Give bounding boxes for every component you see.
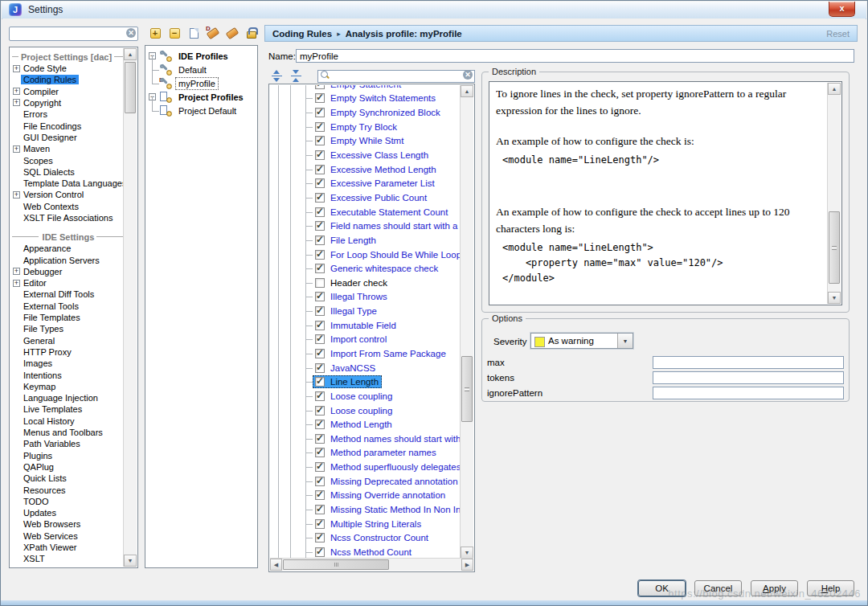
rule-checkbox[interactable]: ✓ [315, 250, 325, 260]
tree-node-myprofile[interactable]: D myProfile [149, 76, 254, 90]
rule-row[interactable]: ✓ Field names should start with a lower … [270, 219, 461, 233]
rule-checkbox[interactable]: ✓ [315, 533, 325, 543]
sidebar-item[interactable]: + Web Contexts [12, 201, 123, 212]
sidebar-item[interactable]: + Compiler [12, 86, 123, 97]
sidebar-item[interactable]: + Local History [12, 416, 123, 427]
rule-checkbox[interactable]: ✓ [315, 136, 325, 145]
rule-row[interactable]: ✓ JavaNCSS [270, 361, 461, 375]
rule-checkbox[interactable]: ✓ [315, 547, 325, 557]
sidebar-item[interactable]: + SQL Dialects [12, 166, 123, 178]
rule-checkbox[interactable]: ✓ [315, 306, 325, 316]
sidebar-item[interactable]: + Updates [12, 507, 123, 518]
rule-checkbox[interactable]: ✓ [315, 391, 325, 401]
rule-checkbox[interactable]: ✓ [315, 349, 325, 358]
sidebar-item[interactable]: + File Templates [12, 312, 123, 323]
rule-row[interactable]: ✓ Ncss Method Count [270, 545, 461, 559]
rule-row[interactable]: ✓ Loose coupling [270, 403, 461, 418]
lock-icon[interactable] [245, 27, 258, 39]
rename-icon[interactable]: D [207, 27, 219, 39]
rule-row[interactable]: ✓ Method Length [270, 417, 461, 432]
clear-search-icon[interactable]: ✕ [463, 70, 473, 80]
rule-row[interactable]: ✓ For Loop Should Be While Loop [270, 248, 461, 262]
titlebar[interactable]: J Settings x [2, 2, 866, 19]
expand-plus-icon[interactable]: + [13, 268, 20, 275]
rule-checkbox[interactable]: ✓ [315, 434, 325, 444]
sidebar-item[interactable]: + Language Injection [12, 392, 123, 403]
close-button[interactable]: x [829, 2, 855, 17]
sidebar-item[interactable]: + Copyright [12, 97, 123, 109]
rule-row[interactable]: ✓ Missing Override annotation [270, 489, 461, 503]
sidebar-item[interactable]: + Coding Rules [12, 74, 123, 85]
rule-checkbox[interactable]: ✓ [315, 334, 325, 344]
rule-row[interactable]: ✓ Ncss Constructor Count [270, 531, 461, 546]
rule-checkbox[interactable]: ✓ [315, 221, 325, 231]
scroll-down-icon[interactable]: ▼ [828, 292, 841, 304]
sidebar-item[interactable]: + Scopes [12, 154, 123, 166]
expand-all-icon[interactable] [271, 70, 283, 82]
erase-icon[interactable] [226, 27, 239, 39]
rule-row[interactable]: ✓ Method names should start with a lower [270, 432, 461, 446]
sidebar-item[interactable]: + Images [12, 358, 123, 369]
rule-checkbox[interactable]: ✓ [315, 150, 325, 160]
tree-node-project-default[interactable]: Project Default [149, 104, 254, 117]
rule-checkbox[interactable]: ✓ [315, 420, 325, 429]
settings-search-input[interactable] [9, 27, 138, 41]
sidebar-item[interactable]: + Web Browsers [12, 518, 123, 530]
rule-row[interactable]: ✓ Import From Same Package [270, 346, 461, 361]
rule-checkbox[interactable]: ✓ [315, 122, 325, 132]
rule-checkbox[interactable]: ✓ [315, 193, 325, 203]
chevron-down-icon[interactable]: ▼ [617, 334, 633, 348]
severity-dropdown[interactable]: As warning ▼ [530, 333, 633, 349]
rules-search-input[interactable] [317, 70, 475, 83]
scrollbar-thumb[interactable] [461, 356, 473, 422]
sidebar-item[interactable]: + File Types [12, 323, 123, 334]
sidebar-item[interactable]: + Template Data Languages [12, 178, 123, 189]
sidebar-item[interactable]: + Quick Lists [12, 473, 123, 484]
sidebar-item[interactable]: + Application Servers [12, 254, 123, 265]
rule-row[interactable]: ✓ Multiple String Literals [270, 517, 461, 531]
rule-checkbox[interactable]: ✓ [315, 377, 325, 387]
sidebar-item[interactable]: + XSLT File Associations [12, 212, 123, 223]
max-input[interactable] [653, 356, 844, 369]
scrollbar-thumb[interactable] [829, 211, 840, 284]
rule-checkbox[interactable]: ✓ [315, 178, 325, 188]
sidebar-item[interactable]: + Debugger [12, 266, 123, 277]
rule-checkbox[interactable]: ✓ [315, 519, 325, 529]
expand-plus-icon[interactable]: + [13, 280, 20, 287]
ignorepattern-input[interactable] [653, 387, 844, 399]
rule-row[interactable]: ✓ Illegal Throws [270, 290, 461, 305]
sidebar-item[interactable]: + TODO [12, 496, 123, 507]
rules-vertical-scrollbar[interactable]: ▲ ▼ [460, 85, 473, 559]
remove-icon[interactable]: − [168, 27, 181, 39]
rule-row[interactable]: ✓ Line Length [270, 375, 461, 389]
reset-link[interactable]: Reset [826, 29, 850, 39]
sidebar-scrollbar[interactable]: ▲ ▼ [123, 48, 137, 567]
tree-node-project-profiles[interactable]: − Project Profiles [149, 90, 254, 104]
rule-row[interactable]: ✓ Illegal Type [270, 304, 461, 318]
tree-node-default[interactable]: Default [149, 63, 254, 76]
rule-checkbox[interactable]: ✓ [315, 235, 325, 245]
rule-row[interactable]: ✓ Immutable Field [270, 318, 461, 333]
tokens-input[interactable] [653, 371, 844, 384]
scrollbar-thumb[interactable] [125, 62, 136, 113]
expand-plus-icon[interactable]: + [13, 88, 20, 95]
rule-row[interactable]: ✓ Excessive Public Count [270, 190, 461, 205]
sidebar-item[interactable]: + Live Templates [12, 403, 123, 415]
sidebar-item[interactable]: + Web Services [12, 530, 123, 542]
expand-plus-icon[interactable]: + [13, 99, 20, 106]
rule-row[interactable]: ✓ File Length [270, 233, 461, 248]
rule-checkbox[interactable]: ✓ [315, 292, 325, 301]
sidebar-item[interactable]: + Version Control [12, 189, 123, 200]
rule-row[interactable]: ✓ Loose coupling [270, 389, 461, 403]
rule-checkbox[interactable]: ✓ [315, 108, 325, 117]
rule-checkbox[interactable]: ✓ [315, 264, 325, 273]
rule-checkbox[interactable]: ✓ [315, 165, 325, 174]
rule-row[interactable]: ✓ Header check [270, 276, 461, 290]
sidebar-item[interactable]: + XPath Viewer [12, 542, 123, 553]
sidebar-item[interactable]: + Menus and Toolbars [12, 427, 123, 438]
sidebar-item[interactable]: + Path Variables [12, 438, 123, 449]
sidebar-item[interactable]: + External Tools [12, 301, 123, 312]
scroll-down-icon[interactable]: ▼ [461, 547, 473, 559]
rule-checkbox[interactable]: ✓ [315, 321, 325, 330]
scroll-up-icon[interactable]: ▲ [828, 83, 841, 95]
